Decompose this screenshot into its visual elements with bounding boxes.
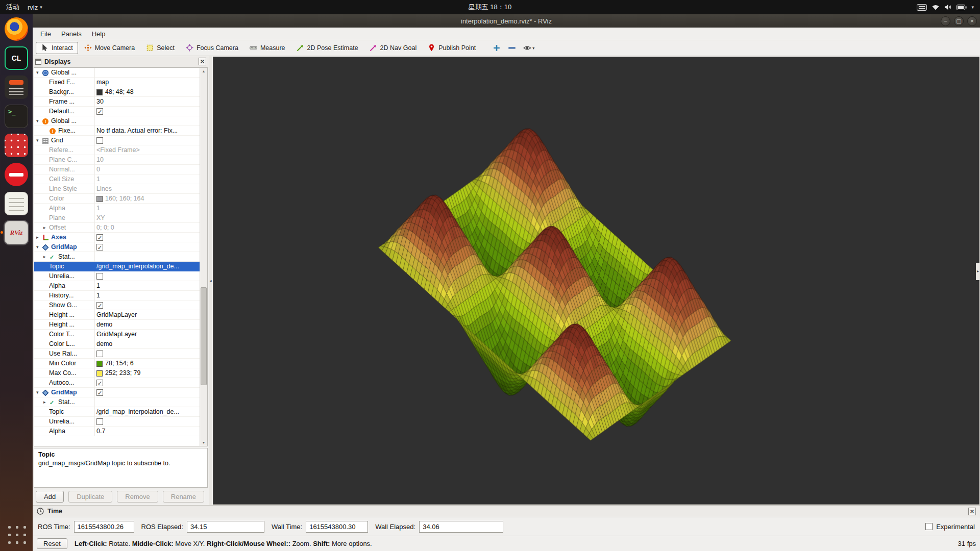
tool-select[interactable]: Select	[141, 42, 180, 54]
tree-row[interactable]: ▸Offset0; 0; 0	[34, 223, 200, 233]
tree-row[interactable]: Cell Size1	[34, 174, 200, 184]
tree-row[interactable]: ▾Global ...	[34, 68, 200, 78]
expander-icon[interactable]: ▸	[43, 252, 49, 262]
tree-row[interactable]: Frame ...30	[34, 97, 200, 107]
tree-row[interactable]: Fixe...No tf data. Actual error: Fix...	[34, 126, 200, 136]
app-menu-button[interactable]: rviz ▾	[28, 4, 42, 11]
dock-rviz-icon[interactable]: RViz	[5, 221, 28, 244]
property-value[interactable]: ✓	[94, 242, 200, 252]
menu-item-file[interactable]: File	[36, 29, 56, 39]
close-icon[interactable]: ✕	[199, 58, 206, 65]
minimize-button[interactable]: −	[941, 16, 950, 26]
dock-firefox-icon[interactable]	[5, 17, 28, 41]
tree-row[interactable]: ▸Stat...	[34, 397, 200, 407]
tree-row[interactable]: PlaneXY	[34, 213, 200, 223]
property-value[interactable]: map	[94, 78, 200, 87]
property-value[interactable]	[94, 271, 200, 281]
render-view[interactable]	[212, 56, 980, 505]
menu-item-panels[interactable]: Panels	[57, 29, 86, 39]
expander-icon[interactable]: ▾	[36, 136, 42, 145]
property-value[interactable]: 0.7	[94, 427, 200, 436]
expander-icon[interactable]: ▾	[36, 116, 42, 126]
property-value[interactable]: ✓	[94, 388, 200, 397]
property-value[interactable]: demo	[94, 320, 200, 330]
property-value[interactable]: 10	[94, 155, 200, 165]
tree-row[interactable]: Alpha0.7	[34, 427, 200, 436]
property-value[interactable]	[94, 252, 200, 262]
property-value[interactable]: GridMapLayer	[94, 310, 200, 320]
property-value[interactable]: 1	[94, 291, 200, 300]
tool-interact[interactable]: Interact	[36, 42, 78, 54]
time-field-input[interactable]	[306, 521, 368, 533]
time-field-input[interactable]	[187, 521, 264, 533]
checkbox[interactable]	[96, 350, 103, 357]
property-value[interactable]: Lines	[94, 184, 200, 194]
checkbox[interactable]: ✓	[96, 389, 103, 396]
checkbox[interactable]: ✓	[96, 380, 103, 386]
property-value[interactable]	[94, 397, 200, 407]
tree-row[interactable]: History...1	[34, 291, 200, 300]
expander-icon[interactable]: ▸	[43, 223, 49, 233]
displays-panel-header[interactable]: Displays ✕	[33, 56, 209, 67]
dock-notes-icon[interactable]	[5, 192, 28, 215]
property-value[interactable]	[94, 116, 200, 126]
time-panel-header[interactable]: Time ✕	[33, 505, 980, 517]
tree-row[interactable]: Alpha1	[34, 204, 200, 213]
tree-row[interactable]: Color T...GridMapLayer	[34, 330, 200, 339]
time-field-input[interactable]	[74, 521, 134, 533]
remove-button[interactable]: Remove	[117, 491, 158, 503]
tree-row[interactable]: ▸Axes✓	[34, 233, 200, 242]
property-value[interactable]	[94, 349, 200, 359]
expander-icon[interactable]: ▸	[36, 233, 42, 242]
close-icon[interactable]: ✕	[968, 508, 976, 515]
dock-clion-icon[interactable]: CL	[5, 46, 28, 70]
checkbox[interactable]	[96, 273, 103, 280]
property-value[interactable]: 252; 233; 79	[94, 368, 200, 378]
tool-focus-camera[interactable]: Focus Camera	[181, 42, 243, 54]
scrollbar-thumb[interactable]	[201, 287, 207, 386]
dock-software-icon[interactable]	[5, 76, 28, 99]
tree-row[interactable]: Topic/grid_map_interpolation_de...	[34, 262, 200, 271]
tree-row[interactable]: Use Rai...	[34, 349, 200, 359]
tree-row[interactable]: Topic/grid_map_interpolation_de...	[34, 407, 200, 417]
checkbox[interactable]: ✓	[96, 108, 103, 115]
property-value[interactable]: <Fixed Frame>	[94, 145, 200, 155]
scroll-down-icon[interactable]: ▼	[200, 439, 207, 446]
tree-row[interactable]: ▾GridMap✓	[34, 388, 200, 397]
tree-row[interactable]: ▾GridMap✓	[34, 242, 200, 252]
tool-publish-point[interactable]: Publish Point	[423, 42, 481, 54]
checkbox[interactable]: ✓	[96, 302, 103, 309]
expander-icon[interactable]: ▾	[36, 68, 42, 78]
property-value[interactable]: No tf data. Actual error: Fix...	[94, 126, 200, 136]
tree-row[interactable]: ▾Global ...	[34, 116, 200, 126]
clock-menu[interactable]: 星期五 18：10	[469, 3, 512, 11]
checkbox[interactable]	[96, 137, 103, 144]
tree-row[interactable]: Max Co...252; 233; 79	[34, 368, 200, 378]
property-value[interactable]: /grid_map_interpolation_de...	[94, 262, 200, 271]
tool-visibility-button[interactable]: ▾	[522, 43, 536, 53]
reset-button[interactable]: Reset	[37, 538, 67, 549]
property-value[interactable]: 48; 48; 48	[94, 87, 200, 97]
tree-row[interactable]: Line StyleLines	[34, 184, 200, 194]
tree-row[interactable]: Unrelia...	[34, 417, 200, 427]
property-value[interactable]: 1	[94, 204, 200, 213]
panel-splitter[interactable]	[209, 56, 212, 505]
property-value[interactable]: 0; 0; 0	[94, 223, 200, 233]
tree-row[interactable]: Height ...demo	[34, 320, 200, 330]
tool-2d-pose-estimate[interactable]: 2D Pose Estimate	[291, 42, 363, 54]
property-value[interactable]: demo	[94, 339, 200, 349]
activities-button[interactable]: 活动	[6, 3, 19, 12]
close-button[interactable]: ×	[967, 16, 977, 26]
dock-no-entry-icon[interactable]	[5, 163, 28, 186]
maximize-button[interactable]: ▢	[954, 16, 964, 26]
menu-item-help[interactable]: Help	[87, 29, 110, 39]
property-value[interactable]: ✓	[94, 233, 200, 242]
experimental-checkbox[interactable]	[925, 523, 933, 530]
property-value[interactable]: ✓	[94, 378, 200, 388]
property-value[interactable]	[94, 417, 200, 427]
property-value[interactable]: 30	[94, 97, 200, 107]
checkbox[interactable]: ✓	[96, 234, 103, 241]
remove-tool-button[interactable]	[506, 43, 518, 53]
tool-2d-nav-goal[interactable]: 2D Nav Goal	[364, 42, 422, 54]
tree-row[interactable]: Normal...0	[34, 165, 200, 174]
